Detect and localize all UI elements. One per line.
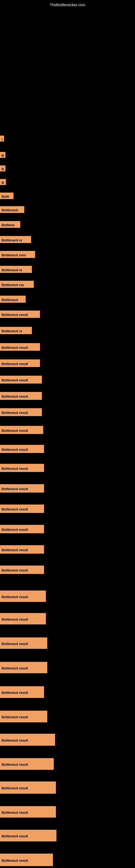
bottleneck-item[interactable]: Bottleneck result [0,734,55,746]
bottleneck-item[interactable]: Bottleneck result [0,445,44,453]
bottleneck-item[interactable]: Bottleneck result [0,343,40,351]
bottleneck-item[interactable]: Bottleneck result [0,613,46,624]
bottleneck-item[interactable]: Bottlene [0,221,20,228]
bottleneck-item[interactable]: Bottleneck [0,296,26,303]
bottleneck-item[interactable]: Bottleneck result [0,545,44,554]
bottleneck-item[interactable]: Bottleneck result [0,484,44,493]
bottleneck-item[interactable]: Bottleneck result [0,565,44,574]
bottleneck-item[interactable]: Bottleneck result [0,781,56,794]
bottleneck-item[interactable]: Bottleneck result [0,504,44,513]
bottleneck-item[interactable]: Bottleneck result [0,686,44,698]
bottleneck-item[interactable]: Bottleneck resu [0,251,35,258]
bottleneck-item[interactable]: Bottleneck re [0,327,32,334]
bottleneck-item[interactable]: Bottleneck result [0,426,43,434]
bottleneck-item[interactable]: Bottleneck result [0,854,53,866]
bottleneck-item[interactable]: Bottleneck result [0,758,54,770]
bottleneck-item[interactable]: Bottleneck result [0,590,46,602]
bottleneck-item[interactable]: Bottleneck result [0,525,44,533]
bottleneck-item[interactable]: Bottleneck result [0,662,47,673]
bottleneck-item[interactable]: Bottleneck re [0,266,32,273]
bottleneck-item[interactable]: Bottleneck result [0,711,47,722]
bottleneck-item[interactable]: Bottleneck result [0,464,44,472]
bottleneck-item[interactable]: Bottleneck result [0,311,40,318]
bottleneck-item[interactable]: Bottleneck result [0,638,47,649]
bottleneck-item[interactable]: Bottleneck result [0,360,40,367]
bottleneck-item[interactable]: B [0,152,5,158]
bottleneck-item[interactable]: | [0,135,4,142]
site-title: TheBottlenecker.com [50,3,85,7]
bottleneck-item[interactable]: Bottleneck result [0,392,42,400]
bottleneck-item[interactable]: Bottleneck result [0,830,56,841]
bottleneck-item[interactable]: Bottleneck result [0,376,42,383]
bottleneck-item[interactable]: Bottleneck result [0,806,56,817]
bottleneck-item[interactable]: Bottl [0,193,13,199]
bottleneck-item[interactable]: B [0,165,5,172]
bottleneck-item[interactable]: Bottleneck [0,206,24,213]
bottleneck-item[interactable]: Bottleneck re [0,236,31,243]
bottleneck-item[interactable]: Bottleneck result [0,408,42,416]
bottleneck-item[interactable]: B [0,179,6,185]
bottleneck-item[interactable]: Bottleneck res [0,281,34,288]
